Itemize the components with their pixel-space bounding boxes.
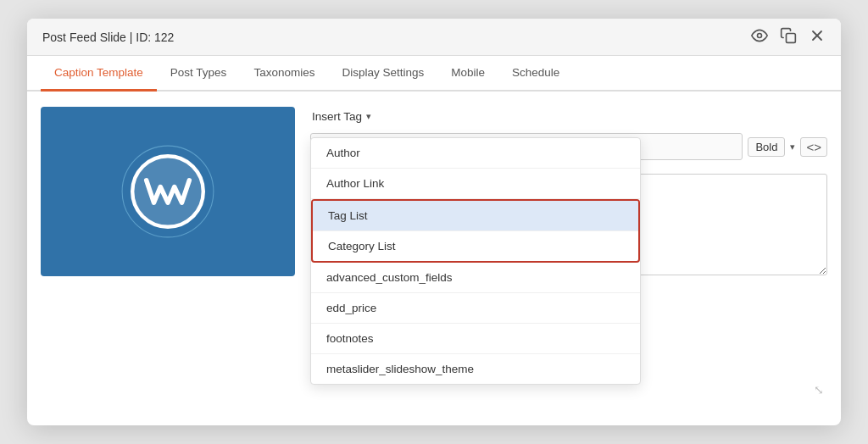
close-icon[interactable]	[809, 27, 826, 47]
chevron-down-icon: ▾	[366, 111, 371, 122]
modal-body: Insert Tag ▾ Bold ▾ <> Author Author Lin…	[27, 92, 841, 413]
resize-handle: ⤡	[814, 383, 824, 397]
insert-tag-bar: Insert Tag ▾	[310, 107, 827, 126]
tab-display-settings[interactable]: Display Settings	[328, 56, 437, 92]
wp-preview	[41, 107, 295, 276]
tab-schedule[interactable]: Schedule	[498, 56, 573, 92]
wordpress-logo	[121, 145, 214, 238]
eye-icon[interactable]	[751, 27, 768, 47]
modal-header: Post Feed Slide | ID: 122	[27, 19, 841, 56]
insert-tag-dropdown: Author Author Link Tag List Category Lis…	[310, 137, 641, 385]
dropdown-item-author-link[interactable]: Author Link	[311, 169, 640, 199]
code-button[interactable]: <>	[800, 137, 827, 157]
tab-caption-template[interactable]: Caption Template	[41, 56, 157, 92]
selected-group: Tag List Category List	[311, 199, 640, 263]
dropdown-item-metaslider[interactable]: metaslider_slideshow_theme	[311, 354, 640, 384]
dropdown-item-author[interactable]: Author	[311, 138, 640, 169]
modal-window: Post Feed Slide | ID: 122	[27, 19, 841, 425]
insert-tag-label: Insert Tag	[312, 110, 362, 123]
dropdown-item-footnotes[interactable]: footnotes	[311, 324, 640, 354]
tab-bar: Caption Template Post Types Taxonomies D…	[27, 56, 841, 92]
tab-mobile[interactable]: Mobile	[437, 56, 498, 92]
dropdown-item-advanced-custom-fields[interactable]: advanced_custom_fields	[311, 263, 640, 293]
modal-title: Post Feed Slide | ID: 122	[42, 31, 174, 44]
dropdown-item-edd-price[interactable]: edd_price	[311, 293, 640, 324]
svg-rect-1	[787, 34, 796, 43]
insert-tag-button[interactable]: Insert Tag ▾	[310, 107, 373, 126]
dropdown-item-category-list[interactable]: Category List	[313, 231, 638, 261]
bold-button[interactable]: Bold	[748, 137, 785, 157]
header-icons	[751, 27, 826, 47]
tab-taxonomies[interactable]: Taxonomies	[240, 56, 328, 92]
tab-post-types[interactable]: Post Types	[157, 56, 241, 92]
copy-icon[interactable]	[780, 27, 797, 47]
svg-point-0	[758, 34, 762, 38]
chevron-down-bold-icon[interactable]: ▾	[790, 142, 795, 153]
dropdown-item-tag-list[interactable]: Tag List	[313, 201, 638, 231]
right-panel: Insert Tag ▾ Bold ▾ <> Author Author Lin…	[310, 107, 827, 400]
